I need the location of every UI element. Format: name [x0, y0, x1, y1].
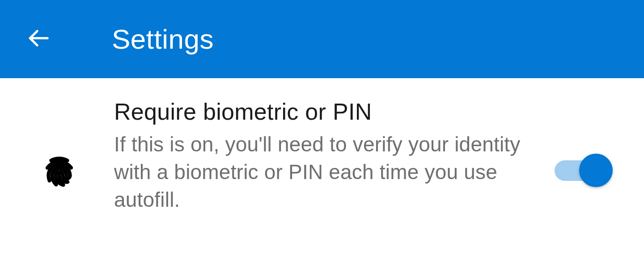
fingerprint-icon: [42, 155, 76, 190]
setting-text-block: Require biometric or PIN If this is on, …: [114, 98, 555, 213]
setting-row-biometric[interactable]: Require biometric or PIN If this is on, …: [42, 98, 619, 213]
arrow-left-icon: [26, 26, 51, 52]
header-bar: Settings: [0, 0, 644, 78]
back-button[interactable]: [25, 26, 51, 53]
page-title: Settings: [112, 23, 214, 55]
content-area: Require biometric or PIN If this is on, …: [0, 78, 644, 213]
biometric-toggle[interactable]: [555, 153, 613, 188]
toggle-thumb: [579, 154, 613, 187]
setting-description: If this is on, you'll need to verify you…: [114, 130, 537, 213]
setting-title: Require biometric or PIN: [114, 98, 537, 125]
